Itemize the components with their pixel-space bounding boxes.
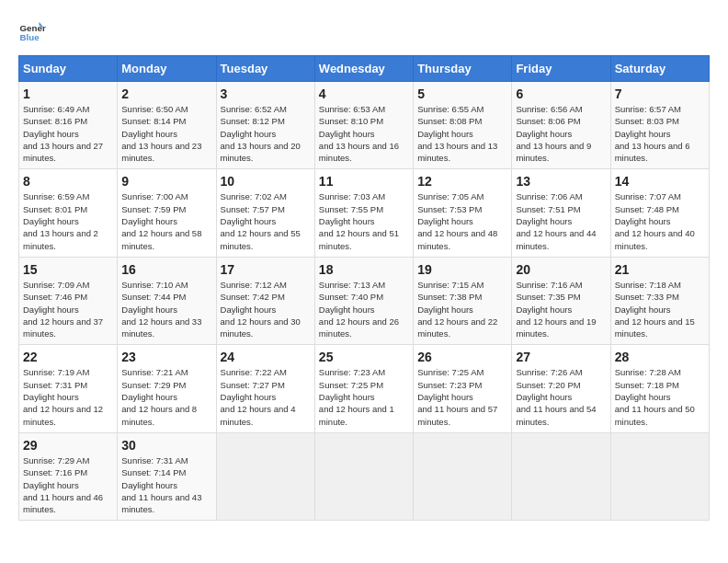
day-number: 1: [23, 86, 113, 101]
day-number: 23: [121, 350, 211, 364]
calendar-cell: 1 Sunrise: 6:49 AM Sunset: 8:16 PM Dayli…: [19, 82, 118, 169]
day-info: Sunrise: 6:52 AM Sunset: 8:12 PM Dayligh…: [221, 103, 311, 164]
calendar-cell: 8 Sunrise: 6:59 AM Sunset: 8:01 PM Dayli…: [19, 169, 118, 257]
day-number: 13: [516, 174, 606, 189]
day-info: Sunrise: 7:28 AM Sunset: 7:18 PM Dayligh…: [615, 366, 705, 427]
day-info: Sunrise: 7:23 AM Sunset: 7:25 PM Dayligh…: [319, 366, 409, 427]
calendar-cell: 13 Sunrise: 7:06 AM Sunset: 7:51 PM Dayl…: [512, 169, 610, 257]
day-info: Sunrise: 7:19 AM Sunset: 7:31 PM Dayligh…: [23, 366, 113, 427]
svg-text:Blue: Blue: [20, 32, 40, 42]
col-header-tuesday: Tuesday: [216, 56, 314, 82]
calendar-cell: 29 Sunrise: 7:29 AM Sunset: 7:16 PM Dayl…: [19, 432, 118, 520]
calendar-cell: [314, 432, 413, 520]
calendar-cell: 17 Sunrise: 7:12 AM Sunset: 7:42 PM Dayl…: [216, 257, 314, 344]
day-info: Sunrise: 6:50 AM Sunset: 8:14 PM Dayligh…: [121, 103, 211, 164]
logo-icon: General Blue: [18, 18, 46, 46]
day-number: 5: [417, 86, 507, 101]
calendar-cell: 6 Sunrise: 6:56 AM Sunset: 8:06 PM Dayli…: [512, 82, 610, 169]
calendar-cell: 27 Sunrise: 7:26 AM Sunset: 7:20 PM Dayl…: [512, 345, 610, 432]
calendar-week-3: 15 Sunrise: 7:09 AM Sunset: 7:46 PM Dayl…: [19, 257, 710, 344]
day-info: Sunrise: 6:56 AM Sunset: 8:06 PM Dayligh…: [516, 103, 606, 164]
day-info: Sunrise: 7:12 AM Sunset: 7:42 PM Dayligh…: [221, 279, 311, 339]
col-header-sunday: Sunday: [19, 56, 118, 82]
calendar-body: 1 Sunrise: 6:49 AM Sunset: 8:16 PM Dayli…: [19, 82, 710, 521]
calendar-cell: 25 Sunrise: 7:23 AM Sunset: 7:25 PM Dayl…: [314, 345, 413, 432]
day-info: Sunrise: 7:05 AM Sunset: 7:53 PM Dayligh…: [417, 190, 507, 251]
col-header-monday: Monday: [118, 56, 216, 82]
calendar-cell: 4 Sunrise: 6:53 AM Sunset: 8:10 PM Dayli…: [314, 82, 413, 169]
day-info: Sunrise: 7:10 AM Sunset: 7:44 PM Dayligh…: [121, 279, 211, 339]
day-info: Sunrise: 7:00 AM Sunset: 7:59 PM Dayligh…: [121, 190, 211, 251]
calendar-cell: [414, 432, 512, 520]
day-number: 30: [121, 438, 211, 453]
day-info: Sunrise: 7:25 AM Sunset: 7:23 PM Dayligh…: [417, 366, 507, 427]
day-info: Sunrise: 7:13 AM Sunset: 7:40 PM Dayligh…: [319, 279, 409, 339]
day-info: Sunrise: 6:53 AM Sunset: 8:10 PM Dayligh…: [319, 103, 409, 164]
calendar-header: SundayMondayTuesdayWednesdayThursdayFrid…: [19, 56, 710, 82]
calendar-cell: 30 Sunrise: 7:31 AM Sunset: 7:14 PM Dayl…: [118, 432, 216, 520]
day-info: Sunrise: 6:57 AM Sunset: 8:03 PM Dayligh…: [615, 103, 705, 164]
calendar-cell: 16 Sunrise: 7:10 AM Sunset: 7:44 PM Dayl…: [118, 257, 216, 344]
col-header-saturday: Saturday: [610, 56, 709, 82]
calendar-cell: 22 Sunrise: 7:19 AM Sunset: 7:31 PM Dayl…: [19, 345, 118, 432]
day-number: 18: [319, 262, 409, 277]
day-number: 16: [121, 262, 211, 277]
day-info: Sunrise: 7:22 AM Sunset: 7:27 PM Dayligh…: [221, 366, 311, 427]
calendar-cell: 3 Sunrise: 6:52 AM Sunset: 8:12 PM Dayli…: [216, 82, 314, 169]
svg-text:General: General: [20, 23, 47, 33]
calendar-cell: [512, 432, 610, 520]
day-number: 10: [221, 174, 311, 189]
calendar-cell: 2 Sunrise: 6:50 AM Sunset: 8:14 PM Dayli…: [118, 82, 216, 169]
calendar-cell: 28 Sunrise: 7:28 AM Sunset: 7:18 PM Dayl…: [610, 345, 709, 432]
day-number: 6: [516, 86, 606, 101]
calendar-cell: 5 Sunrise: 6:55 AM Sunset: 8:08 PM Dayli…: [414, 82, 512, 169]
day-number: 26: [417, 350, 507, 364]
day-number: 27: [516, 350, 606, 364]
calendar-week-4: 22 Sunrise: 7:19 AM Sunset: 7:31 PM Dayl…: [19, 345, 710, 432]
day-number: 25: [319, 350, 409, 364]
day-info: Sunrise: 7:21 AM Sunset: 7:29 PM Dayligh…: [121, 366, 211, 427]
day-info: Sunrise: 7:06 AM Sunset: 7:51 PM Dayligh…: [516, 190, 606, 251]
calendar-week-5: 29 Sunrise: 7:29 AM Sunset: 7:16 PM Dayl…: [19, 432, 710, 520]
calendar-cell: 21 Sunrise: 7:18 AM Sunset: 7:33 PM Dayl…: [610, 257, 709, 344]
day-number: 4: [319, 86, 409, 101]
day-info: Sunrise: 7:31 AM Sunset: 7:14 PM Dayligh…: [121, 454, 211, 515]
header-row: SundayMondayTuesdayWednesdayThursdayFrid…: [19, 56, 710, 82]
col-header-friday: Friday: [512, 56, 610, 82]
day-info: Sunrise: 6:49 AM Sunset: 8:16 PM Dayligh…: [23, 103, 113, 164]
day-number: 17: [221, 262, 311, 277]
day-number: 12: [417, 174, 507, 189]
day-info: Sunrise: 7:07 AM Sunset: 7:48 PM Dayligh…: [615, 190, 705, 251]
col-header-wednesday: Wednesday: [314, 56, 413, 82]
day-info: Sunrise: 7:29 AM Sunset: 7:16 PM Dayligh…: [23, 454, 113, 515]
day-number: 29: [23, 438, 113, 453]
calendar-cell: [610, 432, 709, 520]
day-info: Sunrise: 6:59 AM Sunset: 8:01 PM Dayligh…: [23, 190, 113, 251]
day-number: 7: [615, 86, 705, 101]
calendar-cell: 12 Sunrise: 7:05 AM Sunset: 7:53 PM Dayl…: [414, 169, 512, 257]
calendar-cell: 7 Sunrise: 6:57 AM Sunset: 8:03 PM Dayli…: [610, 82, 709, 169]
day-number: 2: [121, 86, 211, 101]
day-number: 28: [615, 350, 705, 364]
calendar-cell: 26 Sunrise: 7:25 AM Sunset: 7:23 PM Dayl…: [414, 345, 512, 432]
calendar-cell: 23 Sunrise: 7:21 AM Sunset: 7:29 PM Dayl…: [118, 345, 216, 432]
calendar-cell: 18 Sunrise: 7:13 AM Sunset: 7:40 PM Dayl…: [314, 257, 413, 344]
day-number: 22: [23, 350, 113, 364]
day-info: Sunrise: 7:09 AM Sunset: 7:46 PM Dayligh…: [23, 279, 113, 339]
day-info: Sunrise: 7:18 AM Sunset: 7:33 PM Dayligh…: [615, 279, 705, 339]
day-number: 24: [221, 350, 311, 364]
page-header: General Blue: [18, 18, 710, 46]
day-number: 21: [615, 262, 705, 277]
day-info: Sunrise: 7:26 AM Sunset: 7:20 PM Dayligh…: [516, 366, 606, 427]
calendar-cell: 14 Sunrise: 7:07 AM Sunset: 7:48 PM Dayl…: [610, 169, 709, 257]
day-info: Sunrise: 7:02 AM Sunset: 7:57 PM Dayligh…: [221, 190, 311, 251]
calendar-cell: 15 Sunrise: 7:09 AM Sunset: 7:46 PM Dayl…: [19, 257, 118, 344]
day-number: 9: [121, 174, 211, 189]
logo: General Blue: [18, 18, 46, 46]
day-number: 11: [319, 174, 409, 189]
calendar-cell: 9 Sunrise: 7:00 AM Sunset: 7:59 PM Dayli…: [118, 169, 216, 257]
calendar-cell: 19 Sunrise: 7:15 AM Sunset: 7:38 PM Dayl…: [414, 257, 512, 344]
day-number: 3: [221, 86, 311, 101]
calendar-week-1: 1 Sunrise: 6:49 AM Sunset: 8:16 PM Dayli…: [19, 82, 710, 169]
day-number: 8: [23, 174, 113, 189]
